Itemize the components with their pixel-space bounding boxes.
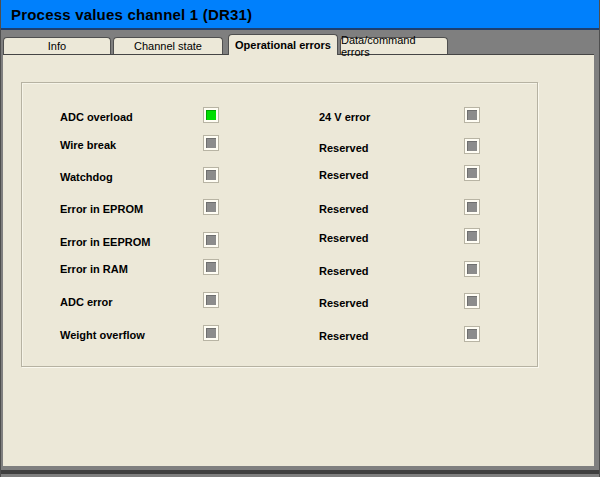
status-led-indicator [204, 260, 218, 274]
error-label: Reserved [319, 264, 369, 278]
status-led-indicator [465, 200, 479, 214]
tab-info[interactable]: Info [3, 37, 111, 54]
tab-page-operational-errors: ADC overloadWire breakWatchdogError in E… [3, 54, 594, 466]
error-label: ADC error [60, 295, 113, 309]
error-label: Reserved [319, 329, 369, 343]
status-led-indicator [465, 262, 479, 276]
status-led-indicator [204, 326, 218, 340]
status-led-indicator [204, 168, 218, 182]
error-label: Reserved [319, 296, 369, 310]
status-led-indicator [465, 294, 479, 308]
tab-channel-state[interactable]: Channel state [113, 37, 223, 54]
error-label: Watchdog [60, 170, 113, 184]
process-values-window: Process values channel 1 (DR31) InfoChan… [0, 0, 600, 477]
error-label: Wire break [60, 138, 116, 152]
tab-operational-errors[interactable]: Operational errors [228, 34, 338, 55]
status-led-indicator [465, 166, 479, 180]
status-led-indicator [465, 108, 479, 122]
error-label: Error in EPROM [60, 202, 143, 216]
window-bottom-edge [1, 470, 599, 474]
tab-data-command-errors[interactable]: Data/command errors [340, 37, 448, 54]
error-label: Reserved [319, 168, 369, 182]
error-label: Reserved [319, 141, 369, 155]
error-label: Reserved [319, 202, 369, 216]
status-led-indicator [204, 200, 218, 214]
status-led-indicator [204, 233, 218, 247]
status-led-indicator [204, 136, 218, 150]
status-led-indicator [465, 139, 479, 153]
status-led-indicator [465, 229, 479, 243]
error-label: Error in RAM [60, 262, 128, 276]
tab-strip: InfoChannel stateOperational errorsData/… [1, 0, 599, 54]
error-label: ADC overload [60, 110, 133, 124]
error-label: Weight overflow [60, 328, 145, 342]
error-label: Reserved [319, 231, 369, 245]
status-led-indicator [204, 293, 218, 307]
error-label: 24 V error [319, 110, 370, 124]
status-led-indicator [465, 327, 479, 341]
error-indicators-groupbox: ADC overloadWire breakWatchdogError in E… [21, 82, 538, 367]
status-led-indicator [204, 108, 218, 122]
error-label: Error in EEPROM [60, 235, 150, 249]
